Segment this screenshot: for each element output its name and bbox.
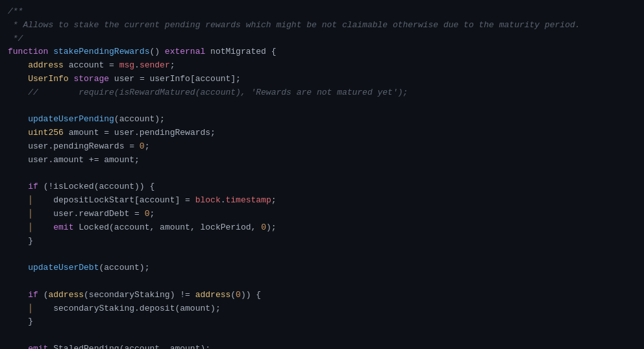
code-line: updateUserPending(account); bbox=[0, 113, 644, 126]
code-line: } bbox=[0, 315, 644, 329]
code-line bbox=[0, 329, 644, 343]
code-line: uint256 amount = user.pendingRewards; bbox=[0, 126, 644, 140]
code-line: │ user.rewardDebt = 0; bbox=[0, 208, 644, 221]
code-line: address account = msg.sender; bbox=[0, 59, 644, 73]
code-line: // require(isRewardMatured(account), 'Re… bbox=[0, 86, 644, 100]
code-line: if (!isLocked(account)) { bbox=[0, 180, 644, 194]
code-line: │ secondaryStaking.deposit(amount); bbox=[0, 302, 644, 316]
code-line: * Allows to stake the current pending re… bbox=[0, 19, 644, 32]
code-line bbox=[0, 100, 644, 114]
code-editor: /** * Allows to stake the current pendin… bbox=[0, 0, 644, 349]
code-line: UserInfo storage user = userInfo[account… bbox=[0, 73, 644, 86]
code-line: /** bbox=[0, 5, 644, 19]
code-line: user.amount += amount; bbox=[0, 154, 644, 167]
code-line: } bbox=[0, 235, 644, 248]
code-line: function stakePendingRewards() external … bbox=[0, 45, 644, 59]
code-line: emit StaledPending(account, amount); bbox=[0, 343, 644, 349]
code-line: if (address(secondaryStaking) != address… bbox=[0, 289, 644, 302]
code-line: */ bbox=[0, 32, 644, 46]
code-line: │ emit Locked(account, amount, lockPerio… bbox=[0, 221, 644, 235]
code-line: updateUserDebt(account); bbox=[0, 261, 644, 275]
code-line: │ depositLockStart[account] = block.time… bbox=[0, 194, 644, 208]
code-line: user.pendingRewards = 0; bbox=[0, 140, 644, 154]
code-line bbox=[0, 275, 644, 289]
code-line bbox=[0, 167, 644, 181]
code-line bbox=[0, 248, 644, 261]
